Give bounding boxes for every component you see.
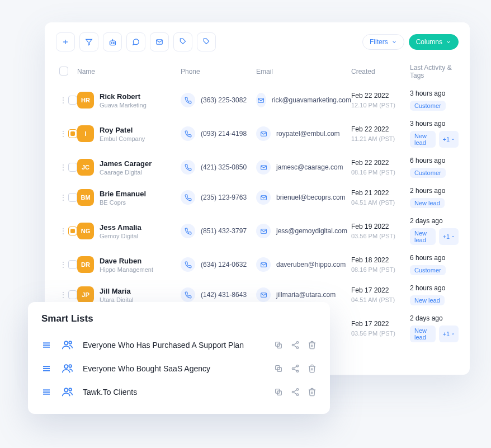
contact-name[interactable]: Brie Emanuel: [100, 190, 146, 198]
avatar: I: [77, 125, 94, 142]
email-value: jess@gemoydigital.com: [276, 227, 347, 235]
mail-icon[interactable]: [256, 126, 271, 141]
mail-icon[interactable]: [256, 93, 266, 107]
chat-button[interactable]: [126, 32, 145, 51]
created-date: Feb 18 2022: [351, 256, 410, 264]
svg-point-35: [296, 365, 298, 367]
copy-button[interactable]: [274, 388, 283, 397]
drag-handle[interactable]: ⋮: [59, 290, 65, 299]
svg-line-50: [294, 390, 296, 392]
phone-value: (142) 431-8643: [201, 291, 247, 299]
drag-handle[interactable]: ⋮: [59, 260, 65, 269]
smart-list-item[interactable]: Everyone Who Has Purchased A Support Pla…: [41, 333, 317, 357]
add-button[interactable]: [56, 32, 75, 51]
tag-badge[interactable]: New lead: [410, 198, 445, 208]
row-checkbox[interactable]: [68, 96, 77, 105]
filter-button[interactable]: [79, 32, 98, 51]
created-time: 08.16 PM (PST): [351, 169, 410, 176]
row-checkbox[interactable]: [68, 290, 77, 299]
tag1-button[interactable]: [173, 32, 192, 51]
mail-icon[interactable]: [256, 190, 271, 205]
more-tags-button[interactable]: +1: [439, 326, 459, 342]
row-checkbox[interactable]: [68, 129, 77, 138]
phone-icon[interactable]: [181, 287, 195, 302]
phone-icon[interactable]: [181, 257, 195, 272]
filters-dropdown[interactable]: Filters: [362, 34, 404, 50]
mail-icon[interactable]: [256, 224, 271, 238]
drag-handle[interactable]: ⋮: [59, 163, 65, 172]
activity-value: 6 hours ago: [410, 157, 459, 164]
share-button[interactable]: [291, 341, 300, 350]
drag-handle[interactable]: ⋮: [59, 96, 65, 105]
copy-button[interactable]: [274, 364, 283, 373]
mail-icon[interactable]: [256, 287, 271, 302]
tag-badge[interactable]: New lead: [410, 326, 436, 342]
mail-icon[interactable]: [256, 257, 271, 272]
svg-point-49: [296, 394, 298, 395]
tag-badge[interactable]: Customer: [410, 101, 446, 111]
contact-name[interactable]: James Carager: [100, 159, 152, 168]
created-time: 03.56 PM (PST): [351, 233, 410, 239]
row-checkbox[interactable]: [68, 227, 77, 235]
svg-point-36: [292, 367, 294, 369]
avatar: DR: [77, 256, 94, 273]
row-checkbox[interactable]: [68, 163, 77, 172]
svg-line-51: [294, 393, 296, 394]
tag-badge[interactable]: Customer: [410, 265, 446, 275]
contact-name[interactable]: Jill Maria: [100, 287, 134, 295]
mail-icon[interactable]: [256, 160, 271, 175]
tag-badge[interactable]: New lead: [410, 295, 445, 305]
contact-name[interactable]: Dave Ruben: [100, 257, 153, 265]
drag-handle[interactable]: ⋮: [59, 227, 65, 235]
smart-list-label: Tawk.To Clients: [83, 388, 265, 397]
phone-icon[interactable]: [181, 93, 195, 107]
phone-icon[interactable]: [181, 224, 195, 238]
bot-button[interactable]: [103, 32, 122, 51]
copy-button[interactable]: [274, 341, 283, 350]
tag-badge[interactable]: New lead: [410, 228, 436, 245]
share-button[interactable]: [291, 388, 300, 397]
drag-handle[interactable]: ⋮: [59, 193, 65, 202]
row-checkbox[interactable]: [68, 193, 77, 202]
table-header: Name Phone Email Created Last Activity &…: [56, 62, 459, 85]
svg-point-44: [69, 388, 72, 391]
chevron-down-icon: [391, 39, 397, 45]
drag-icon[interactable]: [41, 387, 53, 397]
tag-badge[interactable]: New lead: [410, 131, 436, 148]
contact-name[interactable]: Rick Robert: [100, 92, 147, 101]
delete-button[interactable]: [308, 388, 317, 397]
delete-button[interactable]: [308, 341, 317, 350]
tag2-button[interactable]: [197, 32, 216, 51]
delete-button[interactable]: [308, 364, 317, 373]
phone-value: (851) 432-3797: [201, 227, 247, 235]
chat-icon: [132, 38, 140, 46]
drag-icon[interactable]: [41, 364, 53, 374]
select-all-checkbox[interactable]: [59, 67, 68, 76]
contact-name[interactable]: Roy Patel: [100, 126, 145, 134]
svg-marker-2: [86, 39, 92, 45]
svg-point-32: [69, 365, 72, 367]
more-tags-button[interactable]: +1: [439, 131, 459, 148]
plus-icon: [62, 38, 69, 46]
svg-line-39: [294, 369, 296, 371]
share-button[interactable]: [291, 364, 300, 373]
email-button[interactable]: [150, 32, 169, 51]
activity-value: 6 hours ago: [410, 254, 459, 262]
tag-badge[interactable]: Customer: [410, 168, 446, 178]
phone-icon[interactable]: [181, 160, 195, 175]
smart-list-item[interactable]: Everyone Who Bought SaaS Agency: [41, 357, 317, 380]
contact-name[interactable]: Jess Amalia: [100, 223, 141, 232]
more-tags-button[interactable]: +1: [439, 228, 459, 245]
created-date: Feb 17 2022: [351, 320, 410, 328]
email-value: roypatel@embul.com: [276, 130, 340, 138]
phone-icon[interactable]: [181, 190, 195, 205]
svg-line-38: [294, 366, 296, 368]
columns-dropdown[interactable]: Columns: [409, 34, 459, 50]
drag-icon[interactable]: [41, 340, 53, 350]
phone-icon[interactable]: [181, 126, 195, 141]
table-row: ⋮ NG Jess Amalia Gemoy Digital (851) 432…: [56, 213, 459, 249]
drag-handle[interactable]: ⋮: [59, 129, 65, 138]
contact-company: Hippo Management: [100, 266, 153, 273]
smart-list-item[interactable]: Tawk.To Clients: [41, 380, 317, 404]
row-checkbox[interactable]: [68, 260, 77, 269]
